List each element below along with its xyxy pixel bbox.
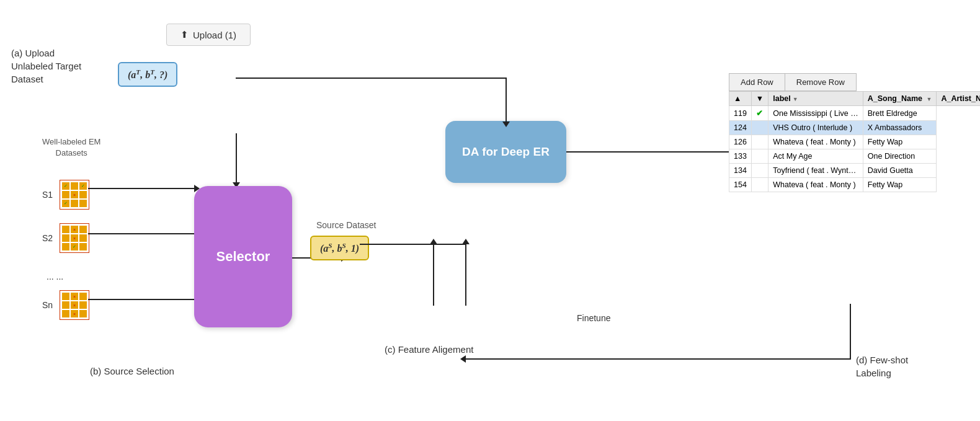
th-artist[interactable]: A_Artist_Name ▼ bbox=[937, 92, 980, 106]
table-row[interactable]: 154 Whateva ( feat . Monty ) Fetty Wap bbox=[729, 178, 981, 192]
cell-id: 126 bbox=[729, 135, 752, 149]
cell-song: One Mississippi ( Live … bbox=[768, 106, 863, 121]
selector-label: Selector bbox=[216, 249, 270, 265]
data-table: ▲ ▼ label▼ A_Song_Name ▼ A_Artist_Name ▼… bbox=[729, 91, 980, 192]
cell-id: 133 bbox=[729, 149, 752, 164]
cell-song: Whateva ( feat . Monty ) bbox=[768, 135, 863, 149]
finetune-label: Finetune bbox=[577, 313, 610, 323]
cell-check: ✔ bbox=[751, 106, 768, 121]
remove-row-button[interactable]: Remove Row bbox=[785, 73, 857, 91]
da-deep-er-box: DA for Deep ER bbox=[445, 121, 566, 183]
th-song[interactable]: A_Song_Name ▼ bbox=[863, 92, 937, 106]
label-source-dataset: Source Dataset bbox=[316, 220, 376, 230]
cell-check bbox=[751, 149, 768, 164]
grid-sn: × × × bbox=[60, 290, 89, 320]
table-row[interactable]: 119 ✔ One Mississippi ( Live … Brett Eld… bbox=[729, 106, 981, 121]
source-label-sn: Sn bbox=[42, 300, 56, 310]
add-row-button[interactable]: Add Row bbox=[729, 73, 785, 91]
label-b: (b) Source Selection bbox=[90, 366, 174, 376]
label-c: (c) Feature Aligement bbox=[385, 344, 473, 355]
source-label-s1: S1 bbox=[42, 190, 56, 200]
cell-artist: Brett Eldredge bbox=[863, 106, 937, 121]
diagram-container: ⬆ Upload (1) (a) Upload Unlabeled Target… bbox=[0, 0, 980, 421]
cell-artist: X Ambassadors bbox=[863, 121, 937, 135]
label-d: (d) Few-shot Labeling bbox=[856, 353, 908, 379]
arrow-upload-down bbox=[236, 133, 237, 183]
source-label-s2: S2 bbox=[42, 233, 56, 243]
table-row[interactable]: 124 VHS Outro ( Interlude ) X Ambassador… bbox=[729, 121, 981, 135]
table-row[interactable]: 134 Toyfriend ( feat . Wynt… David Guett… bbox=[729, 164, 981, 178]
grid-s1: ✓✓ × ✓ bbox=[60, 180, 89, 210]
cell-id: 119 bbox=[729, 106, 752, 121]
th-down[interactable]: ▼ bbox=[751, 92, 768, 106]
cell-check bbox=[751, 178, 768, 192]
cell-artist: Fetty Wap bbox=[863, 178, 937, 192]
cell-id: 134 bbox=[729, 164, 752, 178]
table-body: 119 ✔ One Mississippi ( Live … Brett Eld… bbox=[729, 106, 981, 192]
selector-box: Selector bbox=[194, 186, 292, 327]
cell-check bbox=[751, 135, 768, 149]
arrow-top-vertical bbox=[506, 78, 507, 122]
source-group-s1: S1 ✓✓ × ✓ bbox=[42, 180, 89, 221]
label-a: (a) Upload Unlabeled Target Dataset bbox=[11, 47, 81, 86]
th-label[interactable]: label▼ bbox=[768, 92, 863, 106]
cell-id: 124 bbox=[729, 121, 752, 135]
arrow-s2-selector bbox=[88, 233, 195, 234]
table-toolbar: Add Row Remove Row bbox=[729, 73, 961, 91]
dataset-card-front: (aT, bT, ?) bbox=[118, 62, 177, 87]
upload-icon: ⬆ bbox=[180, 29, 189, 40]
source-dataset-stack: (aS, bS, 1) bbox=[310, 236, 425, 285]
finetune-horizontal bbox=[465, 358, 851, 360]
upload-button-label: Upload (1) bbox=[193, 30, 236, 40]
upload-button[interactable]: ⬆ Upload (1) bbox=[166, 24, 251, 46]
arrow-top-horizontal bbox=[236, 78, 506, 79]
cell-song: Toyfriend ( feat . Wynt… bbox=[768, 164, 863, 178]
cell-song: Act My Age bbox=[768, 149, 863, 164]
grid-s2: × × ✓ bbox=[60, 223, 89, 253]
source-dots: ... ... bbox=[47, 272, 63, 281]
cell-artist: David Guetta bbox=[863, 164, 937, 178]
src-card-front: (aS, bS, 1) bbox=[310, 236, 369, 260]
table-header-row: ▲ ▼ label▼ A_Song_Name ▼ A_Artist_Name ▼ bbox=[729, 92, 981, 106]
label-em-datasets: Well-labeled EM Datasets bbox=[42, 136, 100, 159]
cell-artist: Fetty Wap bbox=[863, 135, 937, 149]
cell-check bbox=[751, 121, 768, 135]
cell-song: VHS Outro ( Interlude ) bbox=[768, 121, 863, 135]
cell-id: 154 bbox=[729, 178, 752, 192]
cell-artist: One Direction bbox=[863, 149, 937, 164]
target-dataset-stack: (aT, bT, ?) bbox=[118, 62, 217, 112]
finetune-vertical bbox=[850, 304, 851, 360]
cell-check bbox=[751, 164, 768, 178]
arrow-sn-selector bbox=[88, 299, 195, 300]
arrow-feature-up-2 bbox=[465, 244, 466, 306]
table-area: Add Row Remove Row ▲ ▼ label▼ A_Song_Nam… bbox=[729, 73, 961, 192]
th-up[interactable]: ▲ bbox=[729, 92, 752, 106]
source-group-s2: S2 × × ✓ bbox=[42, 223, 89, 264]
table-row[interactable]: 126 Whateva ( feat . Monty ) Fetty Wap bbox=[729, 135, 981, 149]
formula-target: (aT, bT, ?) bbox=[128, 69, 167, 80]
formula-source: (aS, bS, 1) bbox=[320, 243, 359, 254]
cell-song: Whateva ( feat . Monty ) bbox=[768, 178, 863, 192]
source-group-sn: Sn × × × bbox=[42, 290, 89, 331]
da-label: DA for Deep ER bbox=[462, 145, 550, 159]
table-row[interactable]: 133 Act My Age One Direction bbox=[729, 149, 981, 164]
arrow-s1-selector bbox=[88, 188, 195, 189]
arrow-src-h bbox=[360, 244, 466, 245]
arrow-feature-up-1 bbox=[433, 244, 434, 306]
